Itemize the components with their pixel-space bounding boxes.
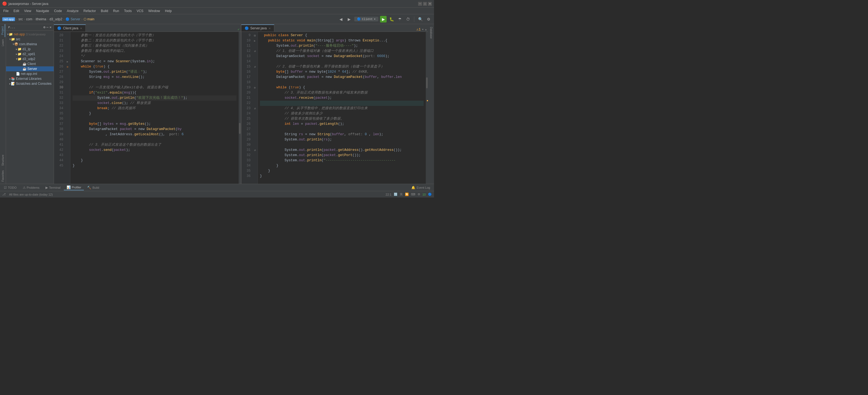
todo-tab[interactable]: ☑ TODO	[1, 185, 20, 190]
tree-item-server[interactable]: ☕ Server	[6, 66, 54, 71]
tab-client-java[interactable]: 🔵 Client.java ✕	[54, 24, 86, 32]
left-code-content: 2021222324 2526272829 3031323334 3536373…	[54, 32, 241, 184]
event-log-tab[interactable]: 🔔 Event Log	[408, 185, 433, 190]
menu-analyze[interactable]: Analyze	[65, 8, 81, 13]
problems-icon: ⚠	[23, 186, 26, 190]
structure-panel-toggle[interactable]: Structure	[1, 152, 5, 168]
tree-item-src[interactable]: 📁 src	[6, 37, 54, 42]
terminal-icon: ▶	[45, 186, 48, 190]
profiler-tab[interactable]: 📊 Profiler	[64, 185, 84, 190]
menu-refactor[interactable]: Refactor	[82, 8, 98, 13]
status-right: 22:1 🔡 英 🈚 ⌨ ⚙ 10 🔵	[385, 192, 432, 196]
right-gutter: ⊟ ▶ ⊙ ⊙ ⊙ ⊙	[252, 32, 258, 184]
settings-button[interactable]: ⚙	[425, 16, 432, 23]
back-button[interactable]: ◀	[338, 16, 344, 23]
server-tab-icon: 🔵	[245, 26, 249, 30]
learn-panel-toggle[interactable]: Learn	[1, 37, 5, 49]
tree-item-com-itheima[interactable]: 📦 com.itheima	[6, 42, 54, 47]
menu-window[interactable]: Window	[146, 8, 162, 13]
project-badge: net-app	[2, 17, 15, 21]
encoding-indicator[interactable]: 🔡	[394, 193, 398, 196]
run-config-dropdown[interactable]: 🔵Client▾	[354, 17, 378, 21]
ime-icon: 🈚	[405, 193, 409, 196]
toolbar: net-app › src › com › itheima › d3_udp2 …	[0, 14, 434, 24]
editor-tabs: 🔵 Client.java ✕ ✓ 🔵 Server.java ✕ ⚠	[54, 24, 428, 32]
warning-marker	[427, 100, 428, 101]
menu-vcs[interactable]: VCS	[134, 8, 146, 13]
left-code-lines[interactable]: 参数一：发送出去的数据包的大小（字节个数） 参数二：发送出去的数据包的大小（字节…	[70, 32, 239, 184]
debug-button[interactable]: 🐛	[388, 16, 395, 23]
tab-server-java[interactable]: 🔵 Server.java ✕	[241, 24, 274, 32]
menu-code[interactable]: Code	[52, 8, 64, 13]
right-line-numbers: 910111213 1415161718 1920212223 24252627…	[241, 32, 252, 184]
git-icon: ⎇	[2, 193, 6, 196]
panel-minimize-icon[interactable]: —	[46, 26, 49, 29]
menu-navigate[interactable]: Navigate	[34, 8, 51, 13]
build-icon: 🔨	[87, 186, 91, 190]
database-panel-toggle[interactable]: Database	[429, 24, 433, 41]
tree-item-net-app[interactable]: 📁 net-app D:\code\javasep	[6, 32, 54, 37]
coverage-button[interactable]: ☂	[397, 16, 403, 23]
main-layout: Project Learn Structure Favorites P... ⚙…	[0, 24, 434, 184]
tree-item-iml[interactable]: 📄 net-app.iml	[6, 71, 54, 76]
todo-icon: ☑	[4, 186, 7, 190]
menu-build[interactable]: Build	[99, 8, 111, 13]
tree-item-scratches[interactable]: 📝 Scratches and Consoles	[6, 81, 54, 86]
split-editor: 2021222324 2526272829 3031323334 3536373…	[54, 32, 428, 184]
problems-tab[interactable]: ⚠ Problems	[20, 185, 42, 190]
tree-item-d1ip[interactable]: 📁 d1_ip	[6, 47, 54, 52]
panel-close-icon[interactable]: ✕	[50, 25, 52, 29]
tab-client-close[interactable]: ✕	[80, 27, 82, 30]
tree-item-d3udp2[interactable]: 📁 d3_udp2	[6, 57, 54, 61]
maximize-button[interactable]: □	[423, 2, 427, 6]
editor-area: 🔵 Client.java ✕ ✓ 🔵 Server.java ✕ ⚠	[54, 24, 428, 184]
left-gutter: ▶ ⊙	[65, 32, 70, 184]
tree-item-d2upd1[interactable]: 📁 d2_upd1	[6, 52, 54, 57]
menu-tools[interactable]: Tools	[122, 8, 134, 13]
left-line-numbers: 2021222324 2526272829 3031323334 3536373…	[54, 32, 65, 184]
title-bar-title: javasepromax - Server.java	[8, 2, 48, 6]
menu-edit[interactable]: Edit	[11, 8, 21, 13]
right-code-pane: 910111213 1415161718 1920212223 24252627…	[241, 32, 428, 184]
close-button[interactable]: ✕	[428, 2, 432, 6]
client-tab-icon: 🔵	[57, 26, 61, 30]
title-bar-controls: ─ □ ✕	[418, 2, 432, 6]
breadcrumb: net-app › src › com › itheima › d3_udp2 …	[2, 17, 337, 21]
right-scrollbar[interactable]	[426, 32, 428, 184]
run-button[interactable]: ▶	[380, 16, 386, 23]
tree-item-external-libs[interactable]: 📚 External Libraries	[6, 76, 54, 81]
right-side-panel: Database	[428, 24, 434, 184]
profiler-icon: 📊	[67, 186, 71, 189]
left-side-rail: Project Learn Structure Favorites	[0, 24, 6, 184]
tab-server-close[interactable]: ✕	[269, 27, 271, 30]
expand-icon[interactable]: ▴	[425, 27, 427, 32]
toolbar-right: ◀ ▶ 🔵Client▾ ▶ 🐛 ☂ ⏱ 🔍 ⚙	[338, 16, 432, 23]
settings-status-icon[interactable]: ⚙	[417, 193, 420, 196]
project-panel-toggle[interactable]: Project	[1, 24, 5, 37]
panel-header: P... ⚙ — ✕	[6, 24, 54, 31]
right-code-lines[interactable]: public class Server { public static void…	[258, 32, 426, 184]
left-scrollbar[interactable]	[239, 32, 241, 184]
menu-file[interactable]: File	[1, 8, 11, 13]
build-tab[interactable]: 🔨 Build	[84, 185, 102, 190]
menu-help[interactable]: Help	[163, 8, 174, 13]
favorites-panel-toggle[interactable]: Favorites	[1, 168, 5, 184]
menu-bar: File Edit View Navigate Code Analyze Ref…	[0, 8, 434, 14]
menu-view[interactable]: View	[22, 8, 33, 13]
panel-title: P...	[8, 26, 16, 29]
menu-run[interactable]: Run	[111, 8, 121, 13]
minimize-button[interactable]: ─	[418, 2, 422, 6]
right-code-content: 910111213 1415161718 1920212223 24252627…	[241, 32, 428, 184]
terminal-tab[interactable]: ▶ Terminal	[43, 185, 63, 190]
tree-item-client[interactable]: ☕ Client	[6, 61, 54, 66]
collapse-icon[interactable]: ▾	[422, 27, 424, 32]
profile-button[interactable]: ⏱	[405, 16, 411, 23]
layout-icon: ⌨	[411, 193, 415, 196]
bottom-toolbar: ☑ TODO ⚠ Problems ▶ Terminal 📊 Profiler …	[0, 184, 434, 191]
forward-button[interactable]: ▶	[346, 16, 352, 23]
search-button[interactable]: 🔍	[417, 16, 424, 23]
notification-icon: 🔵	[428, 193, 432, 196]
warning-count-icon: ⚠1	[416, 27, 421, 32]
panel-settings-icon[interactable]: ⚙	[43, 25, 45, 29]
status-left: ⎇ All files are up-to-date (today 12)	[2, 193, 53, 196]
